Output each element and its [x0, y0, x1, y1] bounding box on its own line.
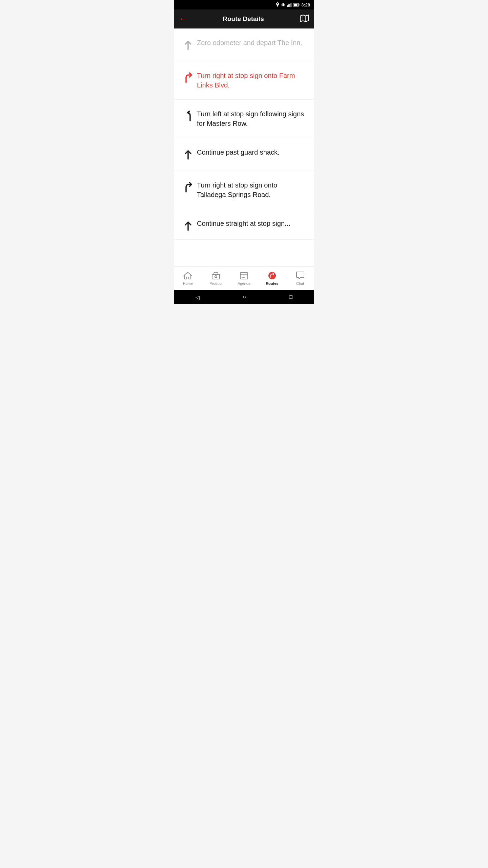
route-item: Continue past guard shack. [174, 138, 314, 171]
route-instruction-1: Zero odometer and depart The Inn. [197, 38, 307, 47]
svg-rect-1 [282, 4, 282, 5]
direction-icon-straight [179, 38, 197, 52]
route-item: Turn right at stop sign onto Farm Links … [174, 61, 314, 100]
agenda-icon [240, 271, 248, 280]
route-instruction-5: Turn right at stop sign onto Talladega S… [197, 180, 307, 199]
bottom-nav: Home Product Agenda Routes [174, 267, 314, 290]
vibrate-icon [281, 2, 285, 7]
nav-item-routes[interactable]: Routes [258, 271, 286, 285]
location-icon [276, 2, 280, 7]
nav-item-agenda[interactable]: Agenda [230, 271, 258, 285]
svg-rect-6 [290, 3, 291, 7]
back-button[interactable]: ← [179, 15, 187, 23]
page-title: Route Details [223, 15, 264, 23]
signal-icon [287, 3, 292, 7]
direction-icon-turn-left [179, 109, 197, 123]
svg-rect-12 [212, 274, 220, 279]
route-item: Turn left at stop sign following signs f… [174, 100, 314, 138]
map-icon [300, 15, 309, 22]
routes-icon [268, 271, 277, 280]
direction-icon-straight-3 [179, 219, 197, 232]
product-icon [211, 271, 220, 280]
status-bar: 3:28 [174, 0, 314, 9]
chat-icon [296, 271, 305, 280]
nav-item-chat[interactable]: Chat [286, 271, 314, 285]
route-item: Continue straight at stop sign... [174, 209, 314, 240]
header: ← Route Details [174, 9, 314, 28]
home-icon [183, 271, 192, 280]
status-icons: 3:28 [276, 2, 310, 7]
direction-icon-straight-2 [179, 147, 197, 161]
route-list: Zero odometer and depart The Inn. Turn r… [174, 28, 314, 267]
svg-rect-9 [294, 4, 297, 6]
svg-rect-4 [288, 4, 289, 7]
svg-point-13 [215, 276, 217, 278]
map-button[interactable] [300, 15, 309, 24]
route-instruction-6: Continue straight at stop sign... [197, 219, 307, 228]
svg-rect-8 [299, 4, 299, 5]
direction-icon-turn-right-2 [179, 180, 197, 194]
nav-label-chat: Chat [296, 281, 304, 285]
route-instruction-4: Continue past guard shack. [197, 147, 307, 157]
nav-item-product[interactable]: Product [202, 271, 230, 285]
nav-label-home: Home [183, 281, 193, 285]
svg-rect-0 [282, 3, 284, 6]
recents-android-button[interactable]: □ [289, 294, 293, 300]
svg-rect-3 [287, 5, 288, 7]
direction-icon-turn-right [179, 71, 197, 84]
nav-label-routes: Routes [266, 281, 278, 285]
battery-icon [293, 3, 300, 7]
nav-label-product: Product [209, 281, 222, 285]
back-android-button[interactable]: ◁ [196, 294, 200, 300]
nav-label-agenda: Agenda [238, 281, 250, 285]
route-item: Turn right at stop sign onto Talladega S… [174, 171, 314, 209]
svg-rect-5 [289, 4, 290, 7]
android-nav-bar: ◁ ○ □ [174, 290, 314, 304]
time-display: 3:28 [301, 2, 310, 7]
nav-item-home[interactable]: Home [174, 271, 202, 285]
route-instruction-3: Turn left at stop sign following signs f… [197, 109, 307, 128]
home-android-button[interactable]: ○ [243, 294, 246, 300]
route-instruction-2: Turn right at stop sign onto Farm Links … [197, 71, 307, 90]
svg-point-20 [268, 272, 276, 279]
route-item: Zero odometer and depart The Inn. [174, 28, 314, 61]
svg-rect-2 [284, 4, 285, 5]
